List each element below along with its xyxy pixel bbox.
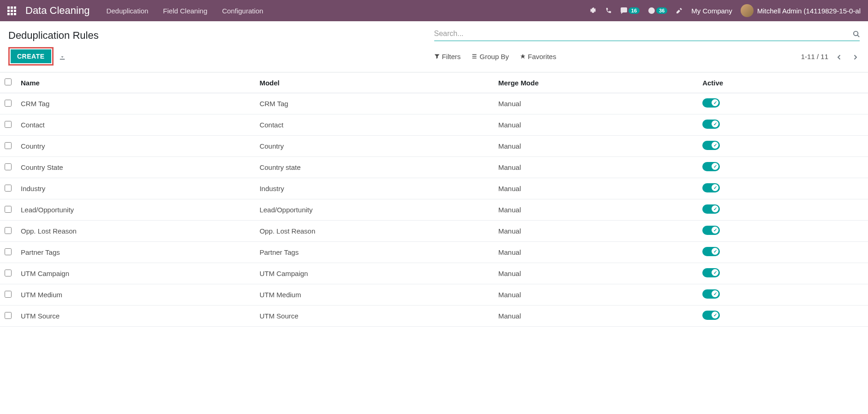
cell-model: UTM Source bbox=[255, 306, 493, 327]
favorites-button[interactable]: Favorites bbox=[520, 53, 557, 60]
cell-name: Country State bbox=[16, 157, 255, 178]
table-row[interactable]: Partner Tags Partner Tags Manual bbox=[0, 242, 868, 263]
cell-merge: Manual bbox=[494, 242, 698, 263]
col-active[interactable]: Active bbox=[698, 72, 868, 93]
messages-badge: 16 bbox=[629, 7, 640, 14]
cell-name: Lead/Opportunity bbox=[16, 199, 255, 221]
cell-merge: Manual bbox=[494, 284, 698, 306]
export-icon[interactable] bbox=[59, 52, 66, 60]
cell-model: Country state bbox=[255, 157, 493, 178]
col-merge[interactable]: Merge Mode bbox=[494, 72, 698, 93]
row-checkbox[interactable] bbox=[5, 163, 12, 170]
cell-name: Industry bbox=[16, 178, 255, 199]
cell-merge: Manual bbox=[494, 136, 698, 157]
table-row[interactable]: Lead/Opportunity Lead/Opportunity Manual bbox=[0, 199, 868, 221]
active-toggle[interactable] bbox=[702, 226, 720, 235]
table-row[interactable]: UTM Medium UTM Medium Manual bbox=[0, 284, 868, 306]
nav-deduplication[interactable]: Deduplication bbox=[106, 7, 148, 15]
cell-merge: Manual bbox=[494, 93, 698, 114]
row-checkbox[interactable] bbox=[5, 142, 12, 149]
app-brand[interactable]: Data Cleaning bbox=[25, 5, 90, 17]
search-bar[interactable] bbox=[434, 27, 860, 41]
search-input[interactable] bbox=[434, 30, 853, 38]
cell-merge: Manual bbox=[494, 199, 698, 221]
active-toggle[interactable] bbox=[702, 162, 720, 171]
svg-point-0 bbox=[854, 31, 858, 36]
cell-name: Partner Tags bbox=[16, 242, 255, 263]
tools-icon[interactable] bbox=[676, 7, 683, 14]
cell-merge: Manual bbox=[494, 263, 698, 284]
filters-button[interactable]: Filters bbox=[434, 53, 461, 60]
active-toggle[interactable] bbox=[702, 183, 720, 192]
cell-name: Country bbox=[16, 136, 255, 157]
cell-merge: Manual bbox=[494, 157, 698, 178]
active-toggle[interactable] bbox=[702, 98, 720, 108]
apps-icon[interactable] bbox=[7, 6, 16, 15]
row-checkbox[interactable] bbox=[5, 206, 12, 213]
company-selector[interactable]: My Company bbox=[691, 7, 732, 15]
col-model[interactable]: Model bbox=[255, 72, 493, 93]
cell-name: UTM Source bbox=[16, 306, 255, 327]
pager-value[interactable]: 1-11 / 11 bbox=[801, 53, 828, 60]
row-checkbox[interactable] bbox=[5, 121, 12, 128]
table-row[interactable]: UTM Campaign UTM Campaign Manual bbox=[0, 263, 868, 284]
svg-line-1 bbox=[857, 36, 859, 37]
table-row[interactable]: Opp. Lost Reason Opp. Lost Reason Manual bbox=[0, 221, 868, 242]
table-row[interactable]: CRM Tag CRM Tag Manual bbox=[0, 93, 868, 114]
cell-model: CRM Tag bbox=[255, 93, 493, 114]
row-checkbox[interactable] bbox=[5, 291, 12, 298]
active-toggle[interactable] bbox=[702, 204, 720, 214]
control-panel: Deduplication Rules CREATE Filters bbox=[0, 21, 868, 72]
nav-menu: Deduplication Field Cleaning Configurati… bbox=[106, 7, 263, 15]
cell-name: UTM Campaign bbox=[16, 263, 255, 284]
col-name[interactable]: Name bbox=[16, 72, 255, 93]
table-row[interactable]: Country Country Manual bbox=[0, 136, 868, 157]
cell-name: Contact bbox=[16, 114, 255, 136]
activities-icon[interactable]: 36 bbox=[648, 7, 667, 14]
nav-configuration[interactable]: Configuration bbox=[222, 7, 263, 15]
select-all-checkbox[interactable] bbox=[5, 78, 12, 85]
row-checkbox[interactable] bbox=[5, 312, 12, 319]
create-highlight: CREATE bbox=[8, 47, 54, 66]
active-toggle[interactable] bbox=[702, 311, 720, 320]
nav-field-cleaning[interactable]: Field Cleaning bbox=[163, 7, 207, 15]
user-name: Mitchell Admin (14119829-15-0-al bbox=[757, 7, 861, 15]
table-row[interactable]: Contact Contact Manual bbox=[0, 114, 868, 136]
pager-next[interactable] bbox=[850, 50, 860, 62]
active-toggle[interactable] bbox=[702, 120, 720, 129]
pager-prev[interactable] bbox=[835, 50, 844, 62]
cell-merge: Manual bbox=[494, 306, 698, 327]
active-toggle[interactable] bbox=[702, 247, 720, 256]
top-navbar: Data Cleaning Deduplication Field Cleani… bbox=[0, 0, 868, 21]
cell-model: Lead/Opportunity bbox=[255, 199, 493, 221]
row-checkbox[interactable] bbox=[5, 227, 12, 234]
create-button[interactable]: CREATE bbox=[11, 49, 51, 63]
row-checkbox[interactable] bbox=[5, 185, 12, 192]
cell-merge: Manual bbox=[494, 178, 698, 199]
active-toggle[interactable] bbox=[702, 141, 720, 150]
table-row[interactable]: UTM Source UTM Source Manual bbox=[0, 306, 868, 327]
debug-icon[interactable] bbox=[589, 7, 597, 14]
search-icon[interactable] bbox=[853, 30, 860, 38]
table-row[interactable]: Industry Industry Manual bbox=[0, 178, 868, 199]
row-checkbox[interactable] bbox=[5, 100, 12, 107]
cell-model: Industry bbox=[255, 178, 493, 199]
phone-icon[interactable] bbox=[605, 7, 612, 14]
avatar bbox=[741, 4, 754, 17]
user-menu[interactable]: Mitchell Admin (14119829-15-0-al bbox=[741, 4, 861, 17]
cell-name: Opp. Lost Reason bbox=[16, 221, 255, 242]
table-header-row: Name Model Merge Mode Active bbox=[0, 72, 868, 93]
cell-merge: Manual bbox=[494, 221, 698, 242]
page-title: Deduplication Rules bbox=[8, 27, 434, 42]
groupby-button[interactable]: Group By bbox=[472, 53, 509, 60]
table-row[interactable]: Country State Country state Manual bbox=[0, 157, 868, 178]
active-toggle[interactable] bbox=[702, 268, 720, 277]
cell-model: Opp. Lost Reason bbox=[255, 221, 493, 242]
pager: 1-11 / 11 bbox=[801, 50, 860, 62]
messages-icon[interactable]: 16 bbox=[620, 7, 640, 14]
active-toggle[interactable] bbox=[702, 289, 720, 299]
cell-model: Contact bbox=[255, 114, 493, 136]
cell-model: Partner Tags bbox=[255, 242, 493, 263]
row-checkbox[interactable] bbox=[5, 248, 12, 255]
row-checkbox[interactable] bbox=[5, 270, 12, 276]
